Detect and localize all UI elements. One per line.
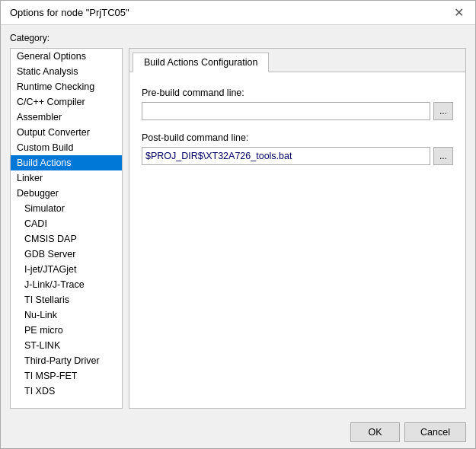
close-button[interactable]: ✕: [451, 5, 466, 21]
pre-build-label: Pre-build command line:: [142, 88, 453, 98]
dialog-footer: OK Cancel: [1, 416, 475, 448]
ok-button[interactable]: OK: [350, 422, 400, 442]
dialog-title: Options for node "PrjTC05": [10, 7, 129, 18]
tab-bar: Build Actions Configuration: [129, 49, 465, 72]
sidebar-item-gdb-server[interactable]: GDB Server: [11, 247, 122, 262]
sidebar-item-linker[interactable]: Linker: [11, 170, 122, 186]
sidebar-item-ijet-jtagjet[interactable]: I-jet/JTAGjet: [11, 262, 122, 277]
pre-build-input-row: ...: [142, 102, 453, 120]
sidebar-item-custom-build[interactable]: Custom Build: [11, 140, 122, 155]
sidebar-item-cadi[interactable]: CADI: [11, 216, 122, 231]
sidebar-item-build-actions[interactable]: Build Actions: [11, 155, 122, 170]
sidebar-item-jlink-jtrace[interactable]: J-Link/J-Trace: [11, 277, 122, 292]
tab-build-actions-configuration[interactable]: Build Actions Configuration: [133, 53, 269, 72]
pre-build-group: Pre-build command line: ...: [142, 88, 453, 120]
category-label: Category:: [10, 33, 466, 43]
pre-build-browse-button[interactable]: ...: [433, 102, 453, 120]
sidebar-item-static-analysis[interactable]: Static Analysis: [11, 64, 122, 79]
sidebar-item-simulator[interactable]: Simulator: [11, 201, 122, 216]
sidebar-item-cmsis-dap[interactable]: CMSIS DAP: [11, 231, 122, 247]
post-build-group: Post-build command line: ...: [142, 132, 453, 165]
sidebar-item-third-party-driver[interactable]: Third-Party Driver: [11, 353, 122, 368]
post-build-label: Post-build command line:: [142, 132, 453, 143]
sidebar-item-nu-link[interactable]: Nu-Link: [11, 307, 122, 323]
sidebar-item-general-options[interactable]: General Options: [11, 49, 122, 64]
sidebar: General Options Static Analysis Runtime …: [10, 48, 123, 409]
sidebar-item-c-cpp-compiler[interactable]: C/C++ Compiler: [11, 94, 122, 110]
options-dialog: Options for node "PrjTC05" ✕ Category: G…: [0, 0, 476, 449]
sidebar-item-ti-xds[interactable]: TI XDS: [11, 384, 122, 399]
post-build-input-row: ...: [142, 147, 453, 165]
title-bar: Options for node "PrjTC05" ✕: [1, 1, 475, 25]
dialog-body: Category: General Options Static Analysi…: [1, 25, 475, 416]
sidebar-item-output-converter[interactable]: Output Converter: [11, 125, 122, 140]
sidebar-item-ti-stellaris[interactable]: TI Stellaris: [11, 292, 122, 307]
content-area: General Options Static Analysis Runtime …: [10, 48, 466, 409]
sidebar-item-debugger[interactable]: Debugger: [11, 186, 122, 201]
cancel-button[interactable]: Cancel: [404, 422, 466, 442]
post-build-input[interactable]: [142, 147, 430, 165]
sidebar-item-assembler[interactable]: Assembler: [11, 110, 122, 125]
sidebar-item-st-link[interactable]: ST-LINK: [11, 338, 122, 353]
pre-build-input[interactable]: [142, 102, 430, 120]
panel-content: Pre-build command line: ... Post-build c…: [129, 72, 465, 180]
main-panel: Build Actions Configuration Pre-build co…: [129, 48, 466, 409]
sidebar-item-pe-micro[interactable]: PE micro: [11, 323, 122, 338]
post-build-browse-button[interactable]: ...: [433, 147, 453, 165]
sidebar-item-ti-msp-fet[interactable]: TI MSP-FET: [11, 368, 122, 384]
sidebar-item-runtime-checking[interactable]: Runtime Checking: [11, 79, 122, 94]
